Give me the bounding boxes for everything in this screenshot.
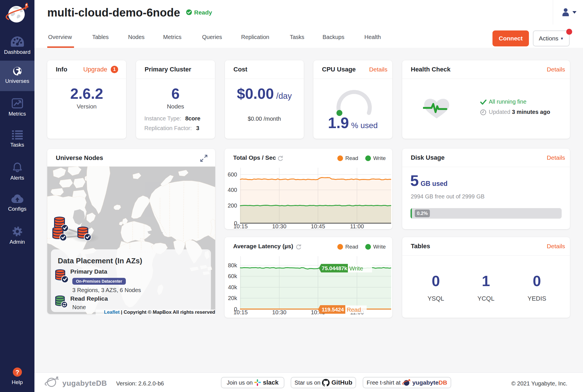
svg-text:11:00: 11:00 — [350, 223, 364, 229]
svg-text:10:15: 10:15 — [233, 223, 248, 229]
svg-text:600: 600 — [228, 171, 237, 178]
svg-text:Write: Write — [349, 265, 363, 272]
svg-text:20k: 20k — [228, 295, 237, 301]
svg-text:10:15: 10:15 — [233, 309, 248, 315]
svg-text:40k: 40k — [228, 284, 237, 290]
svg-text:?: ? — [15, 369, 19, 376]
svg-text:60k: 60k — [228, 273, 237, 279]
svg-text:400: 400 — [228, 187, 237, 193]
svg-text:10:30: 10:30 — [272, 223, 286, 229]
svg-text:10:30: 10:30 — [272, 309, 286, 315]
svg-text:10:45: 10:45 — [311, 223, 325, 229]
svg-text:75.04487k: 75.04487k — [322, 265, 347, 271]
svg-text:119.5424: 119.5424 — [322, 307, 344, 313]
svg-text:80k: 80k — [228, 262, 237, 268]
svg-text:Read: Read — [347, 306, 361, 313]
svg-text:200: 200 — [228, 202, 237, 209]
